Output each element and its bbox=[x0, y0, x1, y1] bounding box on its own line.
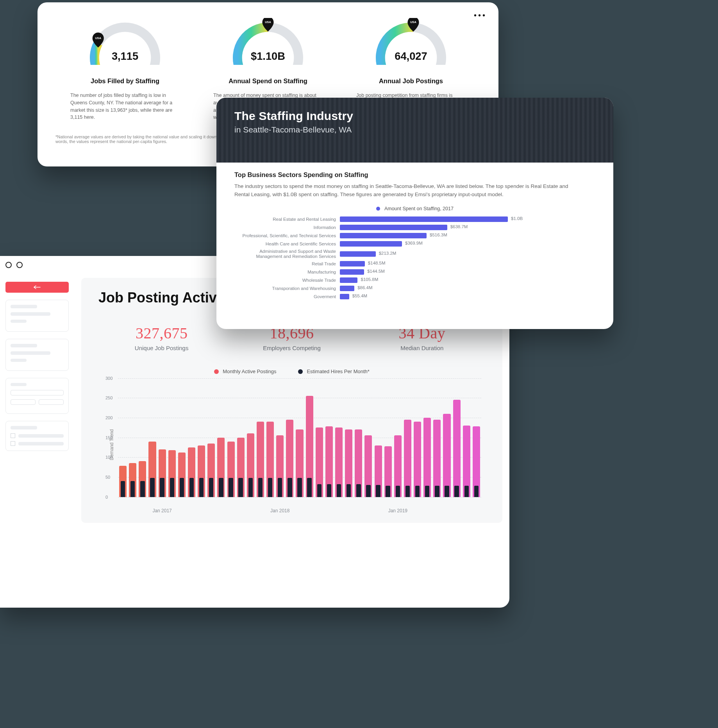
metric-label: Unique Job Postings bbox=[98, 345, 225, 351]
y-tick: 150 bbox=[105, 435, 113, 440]
legend-item: Estimated Hires Per Month* bbox=[298, 368, 369, 374]
monthly-active-bar bbox=[423, 418, 431, 497]
bar-value-label: $86.4M bbox=[357, 285, 372, 290]
monthly-active-bar bbox=[453, 400, 461, 497]
bar-value-label: $105.8M bbox=[361, 277, 378, 282]
bar-fill bbox=[340, 261, 365, 267]
section-title: Top Business Sectors Spending on Staffin… bbox=[234, 171, 595, 179]
estimated-hires-bar bbox=[160, 478, 164, 497]
estimated-hires-bar bbox=[170, 478, 174, 497]
metric: 327,675Unique Job Postings bbox=[98, 324, 225, 351]
estimated-hires-bar bbox=[346, 484, 351, 497]
bar-value-label: $148.5M bbox=[368, 261, 386, 265]
monthly-active-bar bbox=[443, 414, 450, 497]
bar-category-label: Wholesale Trade bbox=[234, 278, 340, 283]
estimated-hires-bar bbox=[366, 485, 370, 497]
sidebar bbox=[0, 278, 74, 523]
estimated-hires-bar bbox=[189, 478, 194, 497]
spending-bar-row: Wholesale Trade $105.8M bbox=[234, 276, 595, 284]
bar-value-label: $144.5M bbox=[367, 269, 385, 274]
demand-chart-legend: Monthly Active PostingsEstimated Hires P… bbox=[98, 368, 485, 375]
bar-value-label: $55.4M bbox=[352, 293, 367, 298]
estimated-hires-bar bbox=[396, 486, 400, 497]
bar-category-label: Manufacturing bbox=[234, 270, 340, 275]
estimated-hires-bar bbox=[415, 486, 420, 497]
bar-category-label: Goverment bbox=[234, 294, 340, 299]
estimated-hires-bar bbox=[337, 484, 341, 497]
spending-bar-row: Retail Trade $148.5M bbox=[234, 260, 595, 268]
gauge-description: The number of jobs filled by staffing is… bbox=[70, 92, 180, 121]
estimated-hires-bar bbox=[130, 481, 135, 497]
bar-category-label: Information bbox=[234, 225, 340, 230]
gauge-title: Jobs Filled by Staffing bbox=[55, 77, 195, 85]
spending-bar-row: Health Care and Scientific Services $369… bbox=[234, 240, 595, 248]
svg-text:64,027: 64,027 bbox=[395, 50, 427, 62]
metric-label: Employers Competing bbox=[229, 345, 355, 351]
x-tick: Jan 2019 bbox=[388, 508, 407, 513]
bar-value-label: $1.0B bbox=[511, 216, 523, 221]
bar-category-label: Retail Trade bbox=[234, 261, 340, 267]
bar-value-label: $516.3M bbox=[430, 233, 447, 237]
y-tick: 50 bbox=[105, 475, 110, 479]
y-tick: 250 bbox=[105, 395, 113, 400]
spending-bar-chart: Real Estate and Rental Leasing $1.0B Inf… bbox=[234, 215, 595, 301]
monthly-active-bar bbox=[404, 420, 411, 497]
estimated-hires-bar bbox=[327, 484, 331, 497]
svg-text:USA: USA bbox=[95, 36, 102, 40]
estimated-hires-bar bbox=[425, 486, 429, 497]
hero-subtitle: in Seattle-Tacoma-Bellevue, WA bbox=[234, 125, 595, 134]
estimated-hires-bar bbox=[278, 478, 282, 497]
estimated-hires-bar bbox=[405, 486, 410, 497]
x-tick: Jan 2017 bbox=[152, 508, 171, 513]
bar-fill bbox=[340, 216, 508, 222]
bar-value-label: $213.2M bbox=[379, 251, 397, 256]
bar-fill bbox=[340, 286, 354, 291]
svg-text:USA: USA bbox=[265, 20, 271, 24]
legend-dot-icon bbox=[376, 207, 380, 211]
section-description: The industry sectors to spend the most m… bbox=[234, 182, 578, 199]
svg-text:USA: USA bbox=[410, 20, 416, 24]
legend-item: Monthly Active Postings bbox=[214, 368, 276, 374]
estimated-hires-bar bbox=[356, 484, 361, 497]
estimated-hires-bar bbox=[209, 478, 213, 497]
bar-category-label: Transporation and Warehousing bbox=[234, 286, 340, 291]
estimated-hires-bar bbox=[376, 485, 380, 497]
estimated-hires-bar bbox=[150, 478, 154, 497]
metric-value: 327,675 bbox=[98, 324, 225, 342]
estimated-hires-bar bbox=[317, 484, 321, 497]
bar-category-label: Professional, Scientific, and Technical … bbox=[234, 233, 340, 238]
y-tick: 200 bbox=[105, 415, 113, 420]
hero-banner: The Staffing Industry in Seattle-Tacoma-… bbox=[216, 98, 613, 163]
legend-label: Monthly Active Postings bbox=[223, 368, 276, 374]
gauge-title: Annual Spend on Staffing bbox=[198, 77, 338, 85]
spending-bar-row: Real Estate and Rental Leasing $1.0B bbox=[234, 215, 595, 224]
estimated-hires-bar bbox=[288, 478, 292, 497]
sidebar-primary-button[interactable] bbox=[5, 282, 69, 293]
bar-category-label: Real Estate and Rental Leasing bbox=[234, 217, 340, 222]
estimated-hires-bar bbox=[238, 478, 243, 497]
bar-category-label: Administrative and Support and Waste Man… bbox=[234, 249, 340, 259]
spending-bar-row: Administrative and Support and Waste Man… bbox=[234, 248, 595, 260]
estimated-hires-bar bbox=[445, 486, 449, 497]
gauge-icon: USA 3,115 bbox=[80, 18, 170, 65]
bar-value-label: $369.9M bbox=[405, 241, 423, 245]
bar-fill bbox=[340, 233, 427, 238]
svg-text:$1.10B: $1.10B bbox=[251, 50, 285, 62]
spending-bar-row: Information $638.7M bbox=[234, 224, 595, 232]
more-icon[interactable]: ••• bbox=[474, 11, 487, 20]
chart-legend: Amount Spent on Staffing, 2017 bbox=[234, 206, 595, 211]
estimated-hires-bar bbox=[199, 478, 204, 497]
gauge-title: Annual Job Postings bbox=[341, 77, 480, 85]
estimated-hires-bar bbox=[180, 478, 184, 497]
estimated-hires-bar bbox=[474, 486, 479, 497]
spending-bar-row: Transporation and Warehousing $86.4M bbox=[234, 284, 595, 293]
estimated-hires-bar bbox=[464, 486, 469, 497]
y-tick: 0 bbox=[105, 495, 108, 499]
bar-fill bbox=[340, 277, 357, 283]
estimated-hires-bar bbox=[258, 478, 263, 497]
y-tick: 300 bbox=[105, 376, 113, 381]
spending-bar-row: Manufacturing $144.5M bbox=[234, 268, 595, 276]
bar-fill bbox=[340, 241, 402, 247]
estimated-hires-bar bbox=[140, 481, 145, 497]
estimated-hires-bar bbox=[229, 478, 233, 497]
